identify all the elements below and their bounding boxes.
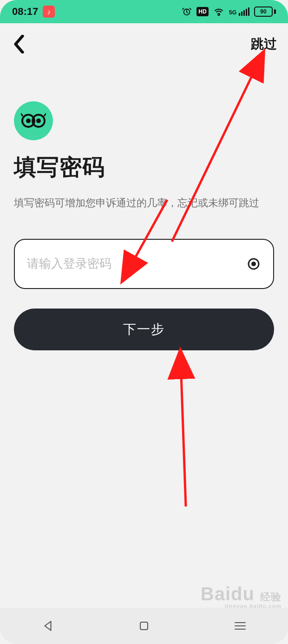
svg-point-6 <box>251 262 256 266</box>
top-nav: 跳过 <box>0 23 288 65</box>
system-nav-bar <box>0 608 288 644</box>
music-icon: ♪ <box>43 6 55 18</box>
avatar-owl-icon <box>14 101 53 140</box>
page-subtitle: 填写密码可增加您申诉通过的几率，忘记或未绑可跳过 <box>14 193 274 213</box>
wifi-icon <box>213 7 224 16</box>
status-time: 08:17 <box>12 6 38 18</box>
nav-recent-button[interactable] <box>212 614 268 637</box>
next-button[interactable]: 下一步 <box>14 309 274 350</box>
password-input[interactable] <box>27 256 246 271</box>
svg-rect-10 <box>140 622 148 630</box>
page-title: 填写密码 <box>14 152 274 182</box>
svg-point-4 <box>36 118 41 123</box>
watermark: Baidu 经验 jingyan.baidu.com <box>201 584 281 610</box>
back-button[interactable] <box>8 33 30 55</box>
svg-point-3 <box>26 118 31 123</box>
chevron-left-icon <box>13 35 26 53</box>
menu-recent-icon <box>234 621 247 631</box>
nav-back-button[interactable] <box>20 614 76 637</box>
skip-button[interactable]: 跳过 <box>251 35 277 53</box>
status-bar: 08:17 ♪ HD 5G 90 <box>0 0 288 23</box>
svg-line-9 <box>181 375 186 506</box>
visibility-toggle-icon[interactable] <box>246 256 261 271</box>
alarm-icon <box>182 7 192 17</box>
next-button-label: 下一步 <box>123 321 165 338</box>
hd-icon: HD <box>196 7 209 16</box>
square-home-icon <box>138 620 150 631</box>
password-field[interactable] <box>14 239 274 289</box>
nav-home-button[interactable] <box>116 614 172 637</box>
battery-icon: 90 <box>254 7 276 17</box>
network-icon: 5G <box>229 7 249 16</box>
triangle-back-icon <box>42 620 54 632</box>
